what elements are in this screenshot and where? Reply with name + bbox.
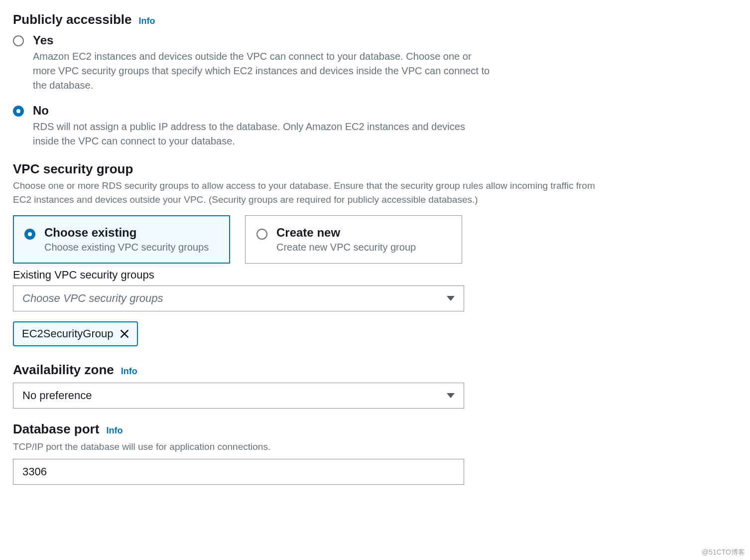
publicly-accessible-info-link[interactable]: Info	[138, 16, 155, 26]
availability-zone-info-link[interactable]: Info	[121, 366, 137, 377]
radio-icon[interactable]	[24, 229, 35, 240]
vpc-security-group-desc: Choose one or more RDS security groups t…	[13, 179, 601, 206]
existing-vpc-sg-label: Existing VPC security groups	[13, 269, 737, 281]
chevron-down-icon	[447, 393, 455, 398]
option-yes-label: Yes	[33, 33, 491, 47]
database-port-input-wrapper[interactable]	[13, 459, 464, 485]
close-icon[interactable]	[120, 329, 129, 338]
radio-icon[interactable]	[13, 106, 24, 117]
vpc-sg-tile-row: Choose existing Choose existing VPC secu…	[13, 215, 737, 264]
vpc-sg-select[interactable]: Choose VPC security groups	[13, 285, 464, 311]
tile-create-new-desc: Create new VPC security group	[276, 242, 416, 253]
option-yes-desc: Amazon EC2 instances and devices outside…	[33, 49, 491, 93]
database-port-input[interactable]	[22, 459, 455, 484]
option-no-desc: RDS will not assign a public IP address …	[33, 120, 491, 148]
chevron-down-icon	[447, 296, 455, 301]
publicly-accessible-radio-group: Yes Amazon EC2 instances and devices out…	[13, 33, 491, 148]
option-no-label: No	[33, 104, 491, 118]
vpc-sg-token[interactable]: EC2SecurityGroup	[13, 321, 138, 346]
database-port-desc: TCP/IP port the database will use for ap…	[13, 440, 737, 454]
vpc-security-group-title: VPC security group	[13, 161, 737, 177]
radio-icon[interactable]	[256, 229, 267, 240]
tile-choose-existing-title: Choose existing	[44, 226, 209, 240]
availability-zone-value: No preference	[22, 389, 92, 402]
publicly-accessible-option-yes[interactable]: Yes Amazon EC2 instances and devices out…	[13, 33, 491, 93]
tile-choose-existing-desc: Choose existing VPC security groups	[44, 242, 209, 253]
database-port-info-link[interactable]: Info	[106, 425, 123, 436]
availability-zone-title: Availability zone	[13, 362, 114, 378]
publicly-accessible-option-no[interactable]: No RDS will not assign a public IP addre…	[13, 104, 491, 148]
publicly-accessible-title: Publicly accessible	[13, 12, 131, 27]
vpc-sg-token-row: EC2SecurityGroup	[13, 321, 737, 346]
radio-icon[interactable]	[13, 35, 24, 46]
tile-create-new-title: Create new	[276, 226, 416, 240]
tile-create-new[interactable]: Create new Create new VPC security group	[245, 215, 462, 264]
database-port-title: Database port	[13, 421, 99, 437]
vpc-sg-token-label: EC2SecurityGroup	[22, 327, 113, 340]
tile-choose-existing[interactable]: Choose existing Choose existing VPC secu…	[13, 215, 230, 264]
vpc-sg-select-placeholder: Choose VPC security groups	[22, 292, 163, 305]
availability-zone-select[interactable]: No preference	[13, 383, 464, 409]
